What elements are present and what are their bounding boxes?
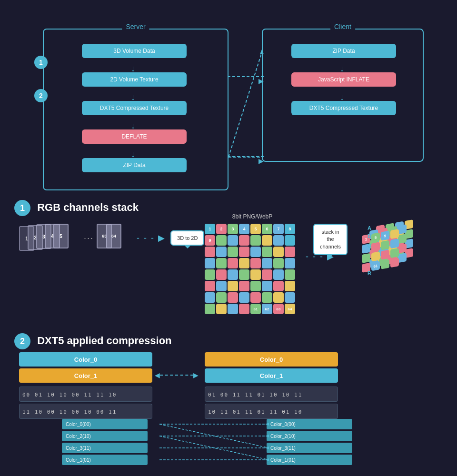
lg-e: [362, 253, 370, 263]
gc-r4-1: [205, 258, 215, 268]
right-bits-row2: 10 11 01 11 01 11 01 10: [205, 404, 338, 419]
box-3d-volume: 3D Volume Data: [82, 44, 187, 58]
bar-color1-01-left: Color_1(01): [62, 455, 148, 465]
gc-r5-5: [250, 269, 261, 280]
png-grid: 1 2 3 4 5 6 7 8 9: [205, 224, 295, 314]
gc-r2-2: [216, 235, 227, 246]
rgb-num-circle: 1: [14, 200, 30, 216]
bar-color2-10-left: Color_2(10): [62, 431, 148, 441]
dxt5-section: 2 DXT5 applied compression Color_0 Color…: [14, 333, 443, 354]
dots-separator: ···: [84, 233, 94, 243]
rgb-section: 1 RGB channels stack 1 2 3 4 5 ··· 63 64…: [14, 200, 443, 221]
lb-4: [398, 224, 407, 234]
lg-f: [371, 251, 380, 261]
gc-r4-6: [262, 258, 272, 268]
gc-r6-5: [250, 281, 261, 291]
server-client-section: Server 1 2 3D Volume Data ↓ 2D Volume Te…: [29, 14, 438, 195]
svg-marker-12: [265, 435, 269, 437]
server-label: Server: [122, 23, 149, 30]
slice-5: 5: [53, 224, 69, 248]
gc-r2-3: [228, 235, 238, 246]
dxt5-title: 2 DXT5 applied compression: [14, 333, 443, 349]
gc-r6-6: [262, 281, 272, 291]
right-color0-bar: Color_0: [205, 352, 338, 367]
slice-group-end: 63 64: [97, 224, 132, 252]
box-zip-client: ZIP Data: [291, 44, 396, 58]
gc-r2-4: [239, 235, 249, 246]
gc-r7-6: [262, 292, 272, 303]
left-bits-row2: 11 10 00 10 00 10 00 11: [19, 404, 152, 419]
bubble-tail-1: [185, 246, 190, 251]
gc-r6-3: [228, 281, 238, 291]
gc-r4-2: [216, 258, 227, 268]
gc-6: 6: [262, 224, 272, 234]
gc-r6-7: [273, 281, 284, 291]
left-bits-row1: 00 01 10 10 00 11 11 10: [19, 387, 152, 402]
gc-r7-2: [216, 292, 227, 303]
gc-61: 61: [250, 304, 261, 314]
bar-color1-01-right: Color_1(01): [267, 455, 352, 465]
lg-d: [390, 238, 399, 248]
gc-r3-7: [273, 247, 284, 257]
gc-r6-2: [216, 281, 227, 291]
gc-r4-8: [285, 258, 295, 268]
gc-r6-8: [285, 281, 295, 291]
lg-l: [390, 258, 399, 268]
bar-color0-00-right: Color_0(00): [267, 419, 352, 429]
client-label: Client: [330, 23, 355, 30]
gc-r5-2: [216, 269, 227, 280]
dotted-h-arrow2: ▶: [228, 76, 264, 85]
gc-5: 5: [250, 224, 261, 234]
gc-r6-1: [205, 281, 215, 291]
gc-last-1: [205, 304, 215, 314]
gc-r7-7: [273, 292, 284, 303]
lg-9: 9: [381, 231, 389, 241]
gc-r3-8: [285, 247, 295, 257]
gc-r3-2: [216, 247, 227, 257]
client-box: Client ZIP Data ↓ JavaScript INFLATE ↓ D…: [262, 29, 424, 162]
gc-r5-6: [262, 269, 272, 280]
lg-5: 5: [371, 232, 380, 242]
slice-group: 1 2 3 4 5: [19, 224, 81, 252]
gc-last-4: [239, 304, 249, 314]
gc-62: 62: [262, 304, 272, 314]
bubble-3d-2d: 3D to 2D: [170, 230, 204, 246]
box-2d-texture: 2D Volume Texture: [82, 72, 187, 87]
lb-8: [398, 234, 407, 244]
gc-1: 1: [205, 224, 215, 234]
right-bits-row1: 01 00 11 11 01 10 10 11: [205, 387, 338, 402]
box-dxt5: DXT5 Compressed Texture: [82, 101, 187, 115]
grid-label: 8bit PNG/WebP: [205, 213, 300, 220]
gc-r5-4: [239, 269, 249, 280]
lb-12: [398, 243, 407, 253]
gc-r2-7: [273, 235, 284, 246]
gc-r3-3: [228, 247, 238, 257]
lg-b: [371, 242, 380, 252]
bottom-bars-left: Color_0(00) Color_2(10) Color_3(11) Colo…: [62, 419, 157, 466]
gc-63: 63: [273, 304, 284, 314]
gc-8: 8: [285, 224, 295, 234]
bar-color3-11-right: Color_3(11): [267, 443, 352, 453]
left-bits-text1: 00 01 10 10 00 11 11 10: [22, 392, 117, 398]
gc-r4-3: [228, 258, 238, 268]
gc-last-2: [216, 304, 227, 314]
box-js-inflate: JavaScript INFLATE: [291, 72, 396, 87]
channel-label-a: A: [368, 225, 371, 231]
bar-color2-10-right: Color_2(10): [267, 431, 352, 441]
gc-r4-5: [250, 258, 261, 268]
gc-r2-6: [262, 235, 272, 246]
bar-color3-11-left: Color_3(11): [62, 443, 148, 453]
gc-9: 9: [205, 235, 215, 246]
gc-2: 2: [216, 224, 227, 234]
gc-r6-4: [239, 281, 249, 291]
box-dxt5-client: DXT5 Compressed Texture: [291, 101, 396, 115]
bubble-stack-channels: stack inthechannels: [313, 224, 348, 255]
dotted-h-arrow: ▶: [228, 156, 264, 165]
gc-r3-4: [239, 247, 249, 257]
left-color1-bar: Color_1: [19, 368, 152, 383]
right-color1-bar: Color_1: [205, 368, 338, 383]
bidir-arrow: ◀ ▶: [155, 371, 199, 379]
gc-r2-5: [250, 235, 261, 246]
left-color0-bar: Color_0: [19, 352, 152, 367]
step-1-circle: 1: [34, 56, 48, 69]
